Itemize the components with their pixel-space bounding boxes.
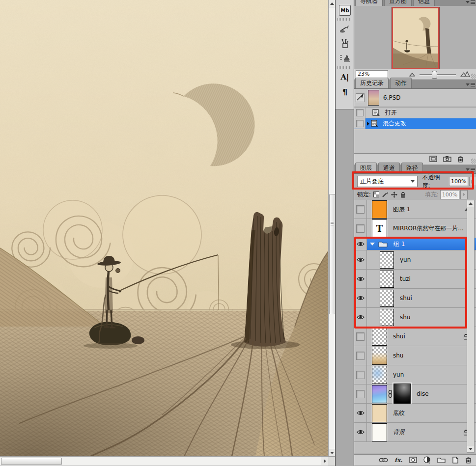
zoom-slider-track[interactable] <box>420 74 456 76</box>
zoom-out-icon[interactable] <box>409 72 415 77</box>
horizontal-scroll-thumb[interactable] <box>1 458 62 465</box>
navigator-panel-menu-icon[interactable] <box>465 0 475 5</box>
visibility-toggle[interactable] <box>354 423 367 441</box>
visibility-toggle[interactable] <box>354 200 367 219</box>
visibility-checkbox-empty[interactable] <box>356 332 364 341</box>
visibility-toggle[interactable] <box>354 289 367 307</box>
adjustment-layer-icon[interactable] <box>423 456 431 464</box>
fill-value[interactable]: 100% <box>440 190 459 199</box>
scroll-right-arrow-icon[interactable] <box>321 457 328 465</box>
tool-presets-panel-button[interactable] <box>338 37 352 50</box>
history-snapshot-row[interactable]: 6.PSD <box>354 89 476 108</box>
new-snapshot-icon[interactable] <box>443 156 451 162</box>
document-canvas[interactable] <box>0 0 328 456</box>
visibility-checkbox-empty[interactable] <box>356 371 364 379</box>
layers-scroll-down-arrow-icon[interactable] <box>467 446 474 452</box>
layer-thumbnail-orange[interactable] <box>372 200 387 219</box>
mini-bridge-panel-button[interactable]: Mb <box>338 4 352 17</box>
add-layer-mask-icon[interactable] <box>409 457 417 463</box>
visibility-checkbox-empty[interactable] <box>356 224 364 233</box>
visibility-toggle[interactable] <box>354 365 367 384</box>
eye-icon[interactable] <box>357 315 364 320</box>
delete-layer-icon[interactable] <box>465 457 472 464</box>
layer-row[interactable]: shui <box>354 289 476 308</box>
history-step-blend-change[interactable]: 混合更改 <box>354 118 476 129</box>
layer-row[interactable]: tuzi <box>354 270 476 289</box>
layers-scrollbar[interactable] <box>467 200 475 453</box>
paragraph-panel-button[interactable]: ¶ <box>338 85 352 98</box>
canvas-vertical-scrollbar[interactable] <box>328 0 336 456</box>
visibility-toggle[interactable] <box>354 238 367 250</box>
visibility-checkbox-empty[interactable] <box>356 205 364 214</box>
delete-history-icon[interactable] <box>457 156 464 163</box>
visibility-toggle[interactable] <box>354 404 367 422</box>
layer-row[interactable]: T MIRROR依然守在那一片... <box>354 219 476 238</box>
visibility-checkbox-empty[interactable] <box>356 390 364 398</box>
layer-thumbnail-transparent[interactable] <box>372 328 387 346</box>
history-step-open[interactable]: 打开 <box>354 108 476 118</box>
layer-thumbnail-image[interactable] <box>372 366 387 384</box>
layer-row[interactable]: yun <box>354 365 476 384</box>
clone-source-panel-button[interactable] <box>338 52 352 65</box>
visibility-toggle[interactable] <box>354 384 367 403</box>
eye-icon[interactable] <box>357 242 364 247</box>
eye-icon[interactable] <box>357 411 364 415</box>
history-brush-source-icon[interactable] <box>356 93 364 102</box>
layer-row[interactable]: 图层 1 <box>354 200 476 219</box>
visibility-toggle[interactable] <box>354 219 367 238</box>
scroll-down-arrow-icon[interactable] <box>329 449 335 456</box>
layer-thumbnail-transparent[interactable] <box>380 251 394 269</box>
layer-thumbnail-beige[interactable] <box>372 404 387 422</box>
layer-row[interactable]: dise <box>354 384 476 404</box>
layer-row[interactable]: shu <box>354 346 476 365</box>
layer-style-icon[interactable]: fx. <box>394 457 403 464</box>
eye-icon[interactable] <box>357 430 364 435</box>
layer-thumbnail-image[interactable] <box>372 347 387 365</box>
tab-paths[interactable]: 路径 <box>401 163 423 173</box>
history-source-well[interactable] <box>354 108 365 118</box>
tab-actions[interactable]: 动作 <box>390 78 412 88</box>
eye-icon[interactable] <box>357 296 364 301</box>
layer-row[interactable]: 底纹 <box>354 404 476 423</box>
eye-icon[interactable] <box>357 257 364 262</box>
tab-channels[interactable]: 通道 <box>378 163 400 173</box>
visibility-toggle[interactable] <box>354 270 367 288</box>
tab-history[interactable]: 历史记录 <box>355 78 389 88</box>
fill-spinner-button[interactable] <box>460 190 468 199</box>
layer-thumbnail-transparent[interactable] <box>380 309 394 326</box>
visibility-checkbox-empty[interactable] <box>356 352 364 360</box>
zoom-in-icon[interactable] <box>460 71 470 77</box>
lock-all-icon[interactable] <box>399 191 406 198</box>
canvas-horizontal-scrollbar[interactable] <box>0 456 328 466</box>
panel-resize-grip[interactable] <box>471 159 476 164</box>
history-source-well[interactable] <box>354 118 365 129</box>
zoom-slider-thumb[interactable] <box>432 71 437 79</box>
link-layers-icon[interactable] <box>379 458 388 463</box>
visibility-toggle[interactable] <box>354 250 367 269</box>
text-layer-thumbnail[interactable]: T <box>372 219 387 238</box>
scroll-up-arrow-icon[interactable] <box>329 0 335 7</box>
new-layer-icon[interactable] <box>452 457 459 464</box>
opacity-value[interactable]: 100% <box>449 177 468 186</box>
lock-pixels-icon[interactable] <box>382 191 389 198</box>
snapshot-thumbnail[interactable] <box>368 90 379 106</box>
layer-row[interactable]: shui <box>354 327 476 346</box>
layer-row[interactable]: shu <box>354 308 476 327</box>
zoom-percentage-input[interactable]: 23% <box>356 70 388 78</box>
layer-thumbnail-transparent[interactable] <box>380 290 394 307</box>
layer-thumbnail-white[interactable] <box>372 423 387 441</box>
lock-transparency-icon[interactable] <box>373 191 380 198</box>
group-expand-triangle-icon[interactable] <box>370 243 375 246</box>
layer-mask-thumbnail[interactable] <box>393 384 411 404</box>
brush-panel-button[interactable] <box>338 23 352 35</box>
opacity-spinner-button[interactable] <box>469 177 476 186</box>
new-document-from-state-icon[interactable] <box>429 156 437 162</box>
new-group-icon[interactable] <box>437 457 446 463</box>
mask-link-icon[interactable] <box>388 390 392 398</box>
visibility-toggle[interactable] <box>354 346 367 365</box>
layer-row[interactable]: yun <box>354 250 476 270</box>
lock-position-icon[interactable] <box>391 191 397 198</box>
history-panel-menu-icon[interactable] <box>465 82 475 87</box>
visibility-toggle[interactable] <box>354 308 367 327</box>
layer-thumbnail-gradient[interactable] <box>372 385 387 403</box>
